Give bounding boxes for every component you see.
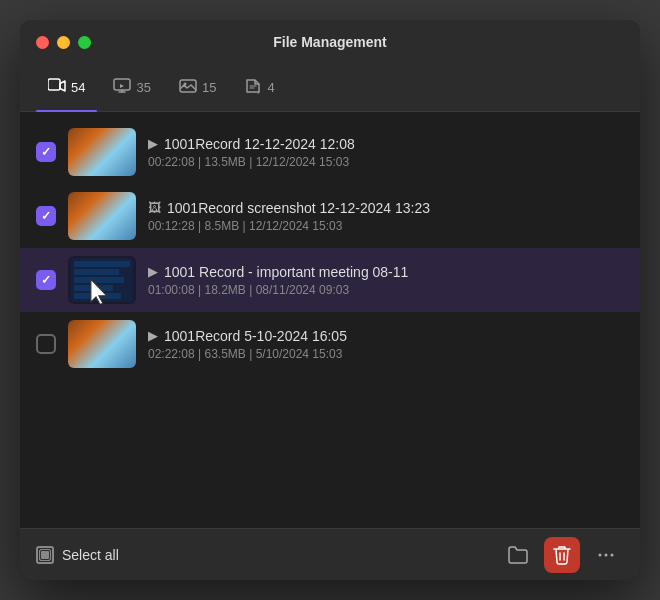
- list-item[interactable]: ▶ 1001Record 12-12-2024 12:08 00:22:08 |…: [20, 120, 640, 184]
- select-all-label: Select all: [62, 547, 119, 563]
- list-item[interactable]: ▶ 1001 Record - important meeting 08-11 …: [20, 248, 640, 312]
- file-3-name: ▶ 1001 Record - important meeting 08-11: [148, 264, 624, 280]
- titlebar: File Management: [20, 20, 640, 64]
- file-3-info: ▶ 1001 Record - important meeting 08-11 …: [148, 264, 624, 297]
- tab-screen-count: 35: [136, 80, 150, 95]
- tab-other-count: 4: [267, 80, 274, 95]
- file-1-info: ▶ 1001Record 12-12-2024 12:08 00:22:08 |…: [148, 136, 624, 169]
- file-1-checkbox[interactable]: [36, 142, 56, 162]
- svg-point-9: [611, 553, 614, 556]
- video-tab-icon: [48, 78, 66, 98]
- file-2-type-icon: 🖼: [148, 200, 161, 215]
- file-2-info: 🖼 1001Record screenshot 12-12-2024 13:23…: [148, 200, 624, 233]
- svg-point-7: [599, 553, 602, 556]
- file-4-name: ▶ 1001Record 5-10-2024 16:05: [148, 328, 624, 344]
- close-button[interactable]: [36, 36, 49, 49]
- more-button[interactable]: [588, 537, 624, 573]
- list-item[interactable]: ▶ 1001Record 5-10-2024 16:05 02:22:08 | …: [20, 312, 640, 376]
- tabs-bar: 54 35 15: [20, 64, 640, 112]
- file-4-type-icon: ▶: [148, 328, 158, 343]
- main-window: File Management 54 35: [20, 20, 640, 580]
- tab-other[interactable]: ♪ 4: [232, 72, 286, 104]
- footer-actions: [500, 537, 624, 573]
- footer: Select all: [20, 528, 640, 580]
- svg-point-8: [605, 553, 608, 556]
- folder-button[interactable]: [500, 537, 536, 573]
- file-4-meta: 02:22:08 | 63.5MB | 5/10/2024 15:03: [148, 347, 624, 361]
- file-4-checkbox[interactable]: [36, 334, 56, 354]
- minimize-button[interactable]: [57, 36, 70, 49]
- file-3-type-icon: ▶: [148, 264, 158, 279]
- svg-text:♪: ♪: [257, 88, 261, 94]
- screen-tab-icon: [113, 78, 131, 98]
- list-item[interactable]: 🖼 1001Record screenshot 12-12-2024 13:23…: [20, 184, 640, 248]
- file-4-thumbnail: [68, 320, 136, 368]
- file-list: ▶ 1001Record 12-12-2024 12:08 00:22:08 |…: [20, 112, 640, 528]
- file-2-name: 🖼 1001Record screenshot 12-12-2024 13:23: [148, 200, 624, 216]
- delete-button[interactable]: [544, 537, 580, 573]
- svg-rect-6: [41, 551, 49, 559]
- tab-photo[interactable]: 15: [167, 72, 228, 104]
- tab-photo-count: 15: [202, 80, 216, 95]
- svg-rect-1: [114, 79, 130, 90]
- file-2-checkbox[interactable]: [36, 206, 56, 226]
- file-4-info: ▶ 1001Record 5-10-2024 16:05 02:22:08 | …: [148, 328, 624, 361]
- photo-tab-icon: [179, 78, 197, 98]
- file-3-thumbnail: [68, 256, 136, 304]
- other-tab-icon: ♪: [244, 78, 262, 98]
- tab-video-count: 54: [71, 80, 85, 95]
- file-1-type-icon: ▶: [148, 136, 158, 151]
- file-2-meta: 00:12:28 | 8.5MB | 12/12/2024 15:03: [148, 219, 624, 233]
- window-title: File Management: [273, 34, 387, 50]
- svg-rect-0: [48, 79, 60, 90]
- traffic-lights: [36, 36, 91, 49]
- file-2-thumbnail: [68, 192, 136, 240]
- tab-video[interactable]: 54: [36, 72, 97, 104]
- file-1-meta: 00:22:08 | 13.5MB | 12/12/2024 15:03: [148, 155, 624, 169]
- tab-screen[interactable]: 35: [101, 72, 162, 104]
- file-1-name: ▶ 1001Record 12-12-2024 12:08: [148, 136, 624, 152]
- file-3-checkbox[interactable]: [36, 270, 56, 290]
- maximize-button[interactable]: [78, 36, 91, 49]
- file-3-meta: 01:00:08 | 18.2MB | 08/11/2024 09:03: [148, 283, 624, 297]
- select-all-icon: [36, 546, 54, 564]
- file-1-thumbnail: [68, 128, 136, 176]
- select-all-button[interactable]: Select all: [36, 546, 119, 564]
